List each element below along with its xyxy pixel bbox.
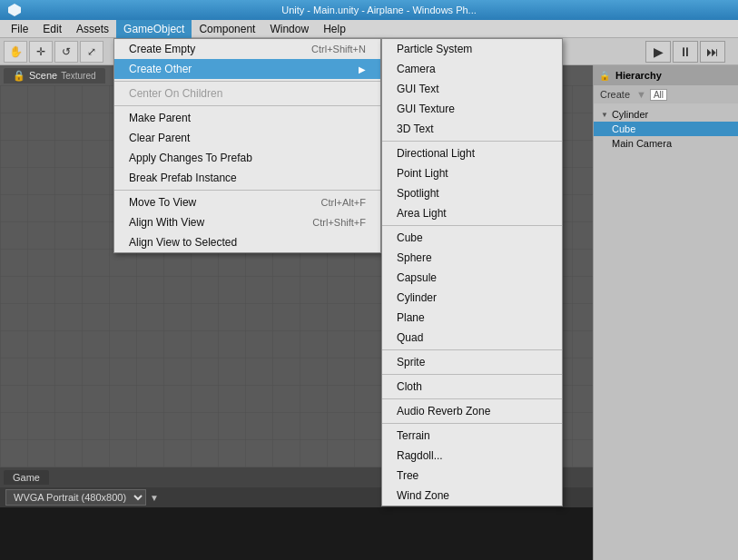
submenu-item-particle-system[interactable]: Particle System — [382, 39, 562, 59]
menu-item-label: Apply Changes To Prefab — [129, 152, 252, 164]
submenu-item-directional-light[interactable]: Directional Light — [382, 143, 562, 163]
tree-item-label: Cube — [612, 123, 635, 134]
submenu-item-gui-text[interactable]: GUI Text — [382, 79, 562, 99]
submenu-sep-1 — [382, 141, 562, 142]
separator-2 — [114, 105, 380, 106]
create-other-submenu: Particle System Camera GUI Text GUI Text… — [381, 38, 563, 506]
tree-item-label: Cylinder — [612, 109, 648, 120]
menu-item-label: Align With View — [129, 216, 204, 229]
submenu-item-quad[interactable]: Quad — [382, 328, 562, 348]
submenu-sep-4 — [382, 374, 562, 375]
submenu-sep-6 — [382, 423, 562, 424]
pause-button[interactable]: ⏸ — [673, 41, 698, 63]
hierarchy-header: 🔒 Hierarchy — [594, 65, 738, 85]
submenu-item-cloth[interactable]: Cloth — [382, 377, 562, 397]
submenu-item-ragdoll[interactable]: Ragdoll... — [382, 446, 562, 466]
menu-window[interactable]: Window — [262, 20, 316, 38]
shortcut-align-with-view: Ctrl+Shift+F — [312, 217, 366, 228]
tab-scene[interactable]: 🔒 Scene Textured — [4, 68, 105, 84]
menu-item-move-to-view[interactable]: Move To View Ctrl+Alt+F — [114, 192, 380, 212]
submenu-item-spotlight[interactable]: Spotlight — [382, 183, 562, 203]
submenu-item-sprite[interactable]: Sprite — [382, 352, 562, 372]
scale-tool-button[interactable]: ⤢ — [80, 41, 103, 63]
menu-item-make-parent[interactable]: Make Parent — [114, 108, 380, 128]
rotate-tool-button[interactable]: ↺ — [54, 41, 78, 63]
hierarchy-panel: 🔒 Hierarchy Create ▼ All ▼ Cylinder Cube… — [593, 65, 738, 560]
scene-tab-icon: 🔒 — [13, 70, 25, 82]
tab-game[interactable]: Game — [4, 470, 49, 485]
submenu-item-3d-text[interactable]: 3D Text — [382, 119, 562, 139]
hierarchy-title: Hierarchy — [615, 70, 662, 81]
submenu-item-audio-reverb-zone[interactable]: Audio Reverb Zone — [382, 401, 562, 421]
submenu-arrow: ▶ — [359, 64, 366, 74]
submenu-sep-2 — [382, 225, 562, 226]
tree-item-main-camera[interactable]: Main Camera — [594, 136, 738, 151]
unity-icon — [7, 3, 22, 17]
menu-help[interactable]: Help — [316, 20, 353, 38]
submenu-item-tree[interactable]: Tree — [382, 466, 562, 486]
submenu-item-terrain[interactable]: Terrain — [382, 426, 562, 446]
menu-item-create-empty[interactable]: Create Empty Ctrl+Shift+N — [114, 39, 380, 59]
menu-item-clear-parent[interactable]: Clear Parent — [114, 128, 380, 148]
gameobject-menu: Create Empty Ctrl+Shift+N Create Other ▶… — [113, 38, 381, 253]
menu-item-center-on-children: Center On Children — [114, 84, 380, 103]
submenu-item-plane[interactable]: Plane — [382, 308, 562, 328]
shortcut-move-to-view: Ctrl+Alt+F — [320, 197, 366, 208]
play-controls: ▶ ⏸ ⏭ — [645, 41, 725, 63]
title-bar: Unity - Main.unity - Airplane - Windows … — [0, 0, 738, 20]
menu-bar: File Edit Assets GameObject Component Wi… — [0, 20, 738, 38]
menu-item-label: Create Other — [129, 63, 192, 75]
menu-item-label: Clear Parent — [129, 132, 190, 144]
menu-item-label: Move To View — [129, 196, 196, 209]
expand-icon: ▼ — [601, 111, 608, 119]
tree-item-cylinder[interactable]: ▼ Cylinder — [594, 107, 738, 122]
svg-marker-0 — [8, 4, 21, 16]
menu-item-label: Break Prefab Instance — [129, 172, 237, 184]
menu-edit[interactable]: Edit — [35, 20, 69, 38]
hand-tool-button[interactable]: ✋ — [4, 41, 27, 63]
menu-item-label: Align View to Selected — [129, 236, 237, 249]
resolution-dropdown-arrow: ▼ — [150, 493, 159, 503]
submenu-item-area-light[interactable]: Area Light — [382, 203, 562, 223]
play-button[interactable]: ▶ — [645, 41, 671, 63]
window-title: Unity - Main.unity - Airplane - Windows … — [27, 5, 731, 15]
move-tool-button[interactable]: ✛ — [29, 41, 53, 63]
submenu-item-point-light[interactable]: Point Light — [382, 163, 562, 183]
menu-assets[interactable]: Assets — [69, 20, 116, 38]
resolution-select[interactable]: WVGA Portrait (480x800) — [5, 489, 146, 506]
submenu-item-gui-texture[interactable]: GUI Texture — [382, 99, 562, 119]
hierarchy-all-btn[interactable]: All — [650, 89, 667, 101]
submenu-sep-5 — [382, 398, 562, 399]
scene-tab-label: Scene — [29, 70, 57, 81]
hierarchy-separator: ▼ — [636, 89, 646, 100]
menu-item-label: Center On Children — [129, 87, 222, 100]
separator-3 — [114, 190, 380, 191]
menu-item-create-other[interactable]: Create Other ▶ — [114, 59, 380, 79]
submenu-item-camera[interactable]: Camera — [382, 59, 562, 79]
hierarchy-create-btn[interactable]: Create — [597, 88, 633, 101]
menu-gameobject[interactable]: GameObject — [116, 20, 192, 38]
menu-item-break-prefab[interactable]: Break Prefab Instance — [114, 168, 380, 188]
submenu-item-cube[interactable]: Cube — [382, 228, 562, 248]
submenu-sep-3 — [382, 349, 562, 350]
menu-file[interactable]: File — [4, 20, 35, 38]
tree-item-cube[interactable]: Cube — [594, 122, 738, 136]
shortcut-create-empty: Ctrl+Shift+N — [311, 44, 366, 54]
menu-item-label: Create Empty — [129, 43, 195, 55]
hierarchy-tree: ▼ Cylinder Cube Main Camera — [594, 103, 738, 560]
menu-item-apply-changes[interactable]: Apply Changes To Prefab — [114, 148, 380, 168]
tree-item-label: Main Camera — [612, 138, 672, 149]
hierarchy-lock-icon: 🔒 — [599, 71, 610, 81]
menu-item-align-view-to-selected[interactable]: Align View to Selected — [114, 232, 380, 252]
separator-1 — [114, 81, 380, 82]
hierarchy-toolbar: Create ▼ All — [594, 85, 738, 103]
step-button[interactable]: ⏭ — [700, 41, 725, 63]
submenu-item-capsule[interactable]: Capsule — [382, 268, 562, 288]
scene-tab-sub: Textured — [61, 71, 95, 81]
menu-component[interactable]: Component — [192, 20, 262, 38]
submenu-item-cylinder[interactable]: Cylinder — [382, 288, 562, 308]
game-viewport — [0, 507, 593, 560]
submenu-item-wind-zone[interactable]: Wind Zone — [382, 486, 562, 506]
submenu-item-sphere[interactable]: Sphere — [382, 248, 562, 268]
menu-item-align-with-view[interactable]: Align With View Ctrl+Shift+F — [114, 212, 380, 232]
